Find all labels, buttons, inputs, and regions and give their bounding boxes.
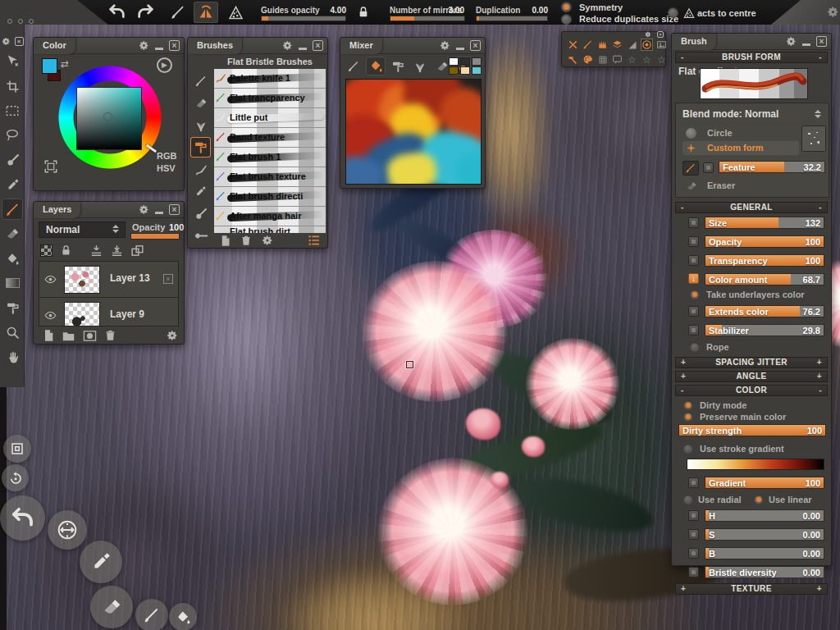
nav-undo-button[interactable] (0, 495, 45, 541)
circle-form-label[interactable]: Circle (707, 128, 733, 138)
extends-color-checkbox[interactable] (688, 306, 699, 317)
tool-hand[interactable] (2, 346, 23, 368)
nav-fill-button[interactable] (169, 603, 197, 630)
mixer-swatch[interactable] (449, 66, 459, 75)
preserve-main-color-radio[interactable] (683, 412, 693, 422)
brush-category-detail[interactable] (190, 181, 211, 202)
quick-grid-icon[interactable] (596, 53, 609, 66)
scatter-mode-button[interactable] (223, 2, 248, 23)
lock-guides-button[interactable] (351, 2, 376, 23)
circle-form-icon[interactable] (686, 128, 696, 139)
brush-list-item[interactable]: Palette knife 1 (214, 69, 326, 89)
quick-tools-icon[interactable] (567, 39, 579, 51)
custom-form-label[interactable]: Custom form (707, 143, 763, 153)
color-panel-close-icon[interactable]: × (169, 40, 180, 51)
layer-visibility-icon[interactable] (44, 309, 57, 322)
tool-fill[interactable] (2, 248, 23, 269)
quick-image-icon[interactable] (655, 39, 668, 51)
mixer-panel-minimize-icon[interactable] (456, 48, 464, 50)
guides-opacity-slider[interactable] (261, 16, 346, 21)
layers-panel-header[interactable]: Layers × (34, 202, 184, 218)
bristle-diversity-slider[interactable]: Bristle diversity 0.00 (705, 566, 824, 578)
saturation-value-box[interactable] (76, 87, 142, 150)
brush-settings-close-icon[interactable]: × (816, 36, 827, 47)
color-play-button[interactable]: ▶ (157, 57, 172, 73)
brushes-panel-close-icon[interactable]: × (313, 40, 323, 51)
quick-claw-icon[interactable] (596, 39, 609, 51)
delete-brush-icon[interactable] (240, 235, 252, 246)
nav-brush-button[interactable] (135, 599, 168, 630)
brush-category-knife[interactable] (190, 159, 211, 180)
lock-transparency-icon[interactable] (40, 244, 52, 257)
rope-label[interactable]: Rope (706, 342, 729, 352)
mixer-fan-tool[interactable] (410, 57, 430, 75)
tool-gradient[interactable] (2, 272, 23, 294)
mixer-panel-header[interactable]: Mixer × (340, 38, 485, 54)
saturation-slider[interactable]: S 0.00 (705, 528, 824, 541)
brush-category-fan[interactable] (190, 115, 211, 135)
quick-triangle-icon[interactable] (626, 39, 638, 51)
tool-eraser[interactable] (2, 223, 23, 244)
swap-colors-icon[interactable]: ⇄ (61, 58, 69, 70)
nav-eyedropper-button[interactable] (80, 541, 122, 583)
take-underlayers-radio[interactable] (690, 290, 700, 299)
toolbar-grip-dots[interactable] (7, 19, 34, 24)
tool-brush[interactable] (2, 199, 23, 220)
hsv-mode-label[interactable]: HSV (157, 163, 176, 173)
layer-visibility-icon[interactable] (44, 273, 57, 285)
quick-layers-icon[interactable] (611, 39, 623, 51)
brush-settings-minimize-icon[interactable] (802, 43, 810, 46)
rope-radio[interactable] (690, 342, 700, 352)
section-general[interactable]: - GENERAL - (675, 202, 828, 213)
sidebar-close-icon[interactable]: × (15, 37, 24, 46)
mixer-swatch[interactable] (460, 57, 470, 66)
mixer-panel-gear-icon[interactable] (440, 40, 450, 51)
brush-list-item[interactable]: Little put (214, 108, 326, 128)
list-view-icon[interactable] (308, 234, 321, 247)
symmetry-radio[interactable] (561, 2, 572, 12)
section-brush-form[interactable]: - BRUSH FORM - (675, 52, 828, 63)
new-folder-icon[interactable] (62, 329, 75, 343)
new-layer-icon[interactable] (42, 329, 55, 342)
brush-category-roller[interactable] (190, 203, 211, 224)
tool-eyedropper[interactable] (2, 174, 23, 195)
transparency-checkbox[interactable] (688, 255, 699, 266)
quick-sketch-icon[interactable] (582, 39, 594, 51)
opacity-checkbox[interactable] (688, 236, 699, 247)
foreground-color-swatch[interactable] (42, 58, 57, 74)
undo-button[interactable] (105, 2, 130, 23)
lock-layer-icon[interactable] (60, 244, 72, 257)
mixer-panel-close-icon[interactable]: × (470, 40, 481, 51)
layer-mask-icon[interactable] (83, 329, 97, 343)
brush-list-item[interactable]: Flat brush directi (214, 187, 326, 207)
gradient-preview-bar[interactable] (687, 459, 824, 470)
extends-color-slider[interactable]: Extends color 76.2 (705, 305, 824, 317)
brush-form-preview[interactable] (700, 68, 808, 99)
mixer-swatch[interactable] (472, 66, 482, 75)
quick-panel-close-icon[interactable]: × (657, 31, 664, 38)
hue-slider[interactable]: H 0.00 (705, 509, 824, 522)
feature-checkbox[interactable] (703, 162, 714, 173)
duplicate-layer-icon[interactable] (130, 244, 144, 258)
size-checkbox[interactable] (688, 217, 699, 228)
gradient-checkbox[interactable] (688, 477, 699, 488)
brush-mode-button[interactable] (166, 2, 190, 23)
tool-rect-select[interactable] (2, 100, 23, 121)
section-texture[interactable]: + TEXTURE + (675, 583, 828, 595)
brush-category-round2[interactable] (190, 226, 211, 246)
hue-checkbox[interactable] (688, 510, 699, 521)
dirty-strength-slider[interactable]: Dirty strength 100 (678, 424, 826, 436)
dirty-mode-label[interactable]: Dirty mode (700, 400, 746, 410)
delete-layer-icon[interactable] (104, 329, 116, 341)
transparency-slider[interactable]: Transparency 100 (705, 254, 824, 267)
brush-category-flat-selected[interactable] (190, 137, 211, 158)
brush-list-item[interactable]: Rand texture (214, 128, 326, 148)
new-brush-icon[interactable] (219, 235, 231, 247)
reduce-duplicates-radio[interactable] (561, 14, 572, 25)
attract-to-centre-radio[interactable] (668, 7, 678, 18)
mixer-swatch[interactable] (472, 57, 482, 66)
brush-settings-gear-icon[interactable] (786, 36, 797, 47)
mixer-swatch[interactable] (460, 66, 470, 75)
bristle-diversity-checkbox[interactable] (688, 567, 699, 578)
quick-hammer-icon[interactable] (567, 53, 579, 66)
